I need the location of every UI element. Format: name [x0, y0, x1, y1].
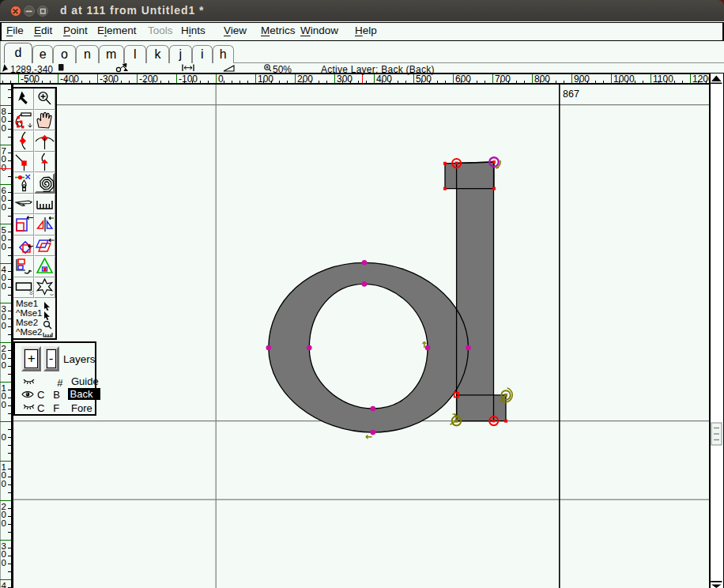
svg-text:867: 867	[563, 89, 579, 100]
